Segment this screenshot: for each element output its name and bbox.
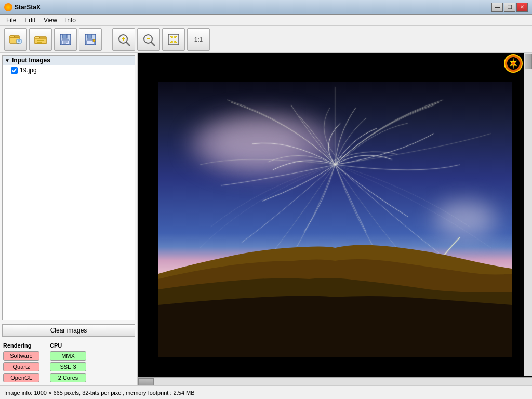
close-button[interactable]: ✕ xyxy=(516,3,528,12)
menu-view[interactable]: View xyxy=(39,16,61,25)
save-options-button[interactable] xyxy=(79,28,102,51)
image-filename: 19.jpg xyxy=(20,66,37,74)
star-trails-svg xyxy=(158,82,512,357)
zoom-in-button[interactable] xyxy=(112,28,135,51)
app-logo-icon xyxy=(504,54,523,73)
minimize-button[interactable]: — xyxy=(491,3,503,12)
svg-rect-12 xyxy=(168,34,179,45)
left-panel: ▼ Input Images 19.jpg Clear images Rende… xyxy=(0,53,138,385)
rendering-opengl[interactable]: OpenGL xyxy=(3,373,39,382)
image-tree[interactable]: ▼ Input Images 19.jpg xyxy=(2,55,135,320)
tree-header-label: Input Images xyxy=(12,57,50,64)
rendering-label: Rendering xyxy=(3,342,39,349)
svg-point-9 xyxy=(93,39,95,42)
main-layout: ▼ Input Images 19.jpg Clear images Rende… xyxy=(0,53,532,385)
app-icon xyxy=(4,3,12,11)
star-trails-image xyxy=(158,82,512,357)
toolbar: 1:1 xyxy=(0,26,532,53)
image-checkbox[interactable] xyxy=(11,67,18,74)
vertical-scrollbar[interactable] xyxy=(524,53,532,376)
scroll-corner xyxy=(524,377,532,385)
rendering-quartz[interactable]: Quartz xyxy=(3,362,39,371)
zoom-100-button[interactable]: 1:1 xyxy=(187,28,210,51)
tree-header: ▼ Input Images xyxy=(3,56,135,65)
svg-point-14 xyxy=(512,62,515,65)
cpu-group: CPU MMX SSE 3 2 Cores xyxy=(50,342,86,382)
scrollbar-thumb-horizontal[interactable] xyxy=(138,378,154,385)
zoom-fit-button[interactable] xyxy=(162,28,185,51)
title-bar: StarStaX — ❐ ✕ xyxy=(0,0,532,15)
rendering-info: Rendering Software Quartz OpenGL CPU MMX… xyxy=(0,339,137,385)
cpu-label: CPU xyxy=(50,342,86,349)
maximize-button[interactable]: ❐ xyxy=(504,3,515,12)
cpu-cores: 2 Cores xyxy=(50,373,86,382)
save-button[interactable] xyxy=(54,28,77,51)
rendering-software[interactable]: Software xyxy=(3,351,39,361)
title-text: StarStaX xyxy=(4,3,41,11)
scrollbar-thumb-vertical[interactable] xyxy=(525,54,532,69)
status-text: Image info: 1000 × 665 pixels, 32-bits p… xyxy=(4,390,195,396)
open-folder-button[interactable] xyxy=(29,28,52,51)
open-file-button[interactable] xyxy=(4,28,27,51)
cpu-sse3: SSE 3 xyxy=(50,362,86,371)
cpu-mmx: MMX xyxy=(50,351,86,361)
app-title: StarStaX xyxy=(15,4,41,11)
menu-edit[interactable]: Edit xyxy=(20,16,39,25)
svg-rect-7 xyxy=(87,34,92,38)
list-item: 19.jpg xyxy=(3,65,135,75)
clear-images-button[interactable]: Clear images xyxy=(2,324,135,337)
horizontal-scrollbar[interactable] xyxy=(138,377,524,385)
status-bar: Image info: 1000 × 665 pixels, 32-bits p… xyxy=(0,385,532,399)
rendering-group: Rendering Software Quartz OpenGL xyxy=(3,342,39,382)
menu-bar: File Edit View Info xyxy=(0,15,532,26)
image-viewer[interactable] xyxy=(138,53,532,385)
zoom-out-button[interactable] xyxy=(137,28,160,51)
svg-rect-4 xyxy=(62,34,67,38)
menu-info[interactable]: Info xyxy=(61,16,80,25)
menu-file[interactable]: File xyxy=(2,16,20,25)
window-controls: — ❐ ✕ xyxy=(491,3,528,12)
